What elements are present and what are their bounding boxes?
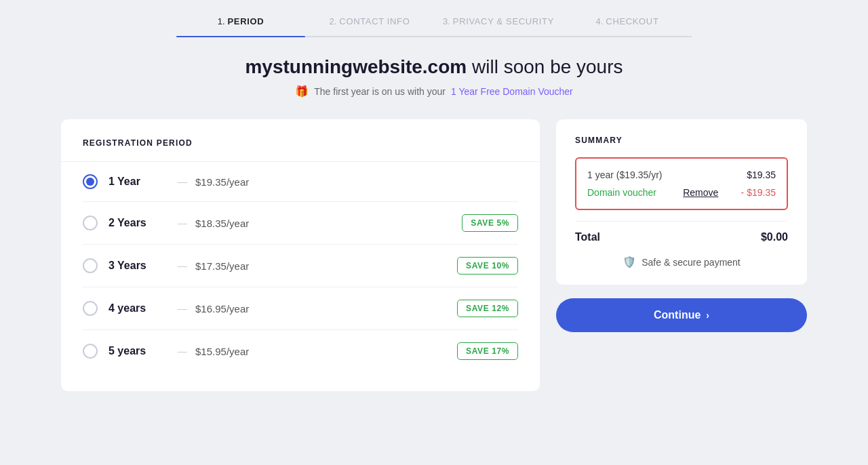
content-area: REGISTRATION PERIOD 1 Year — $19.35/year… (61, 119, 807, 391)
voucher-line: 🎁 The first year is on us with your 1 Ye… (245, 85, 623, 98)
summary-voucher-row: Domain voucher Remove - $19.35 (587, 187, 776, 198)
period-label-3years: 3 Years (108, 260, 170, 272)
period-option-5years[interactable]: 5 years — $15.95/year SAVE 17% (83, 330, 518, 372)
radio-2years[interactable] (83, 216, 98, 230)
voucher-label: Domain voucher (587, 187, 656, 198)
secure-line: 🛡️ Safe & secure payment (575, 256, 788, 268)
step-checkout[interactable]: 4. CHECKOUT (563, 16, 692, 37)
step-period[interactable]: 1. PERIOD (176, 16, 305, 37)
step-label-checkout: CHECKOUT (606, 16, 658, 26)
radio-5years[interactable] (83, 344, 98, 359)
period-label-2years: 2 Years (108, 217, 170, 229)
step-contact[interactable]: 2. CONTACT INFO (305, 16, 434, 37)
remove-voucher-link[interactable]: Remove (683, 187, 718, 198)
save-badge-5years: SAVE 17% (457, 342, 518, 360)
radio-3years[interactable] (83, 258, 98, 273)
period-price-3years: $17.35/year (195, 260, 249, 272)
continue-label: Continue (654, 309, 701, 321)
voucher-amount: - $19.35 (741, 187, 776, 198)
voucher-link[interactable]: 1 Year Free Domain Voucher (451, 86, 573, 97)
left-panel: REGISTRATION PERIOD 1 Year — $19.35/year… (61, 119, 540, 391)
continue-button[interactable]: Continue › (556, 298, 807, 332)
period-label-4years: 4 years (108, 302, 170, 315)
separator-5years: — (178, 346, 187, 357)
step-num-3: 3. (443, 16, 450, 26)
radio-4years[interactable] (83, 301, 98, 316)
gift-icon: 🎁 (295, 85, 309, 98)
separator-1year: — (178, 176, 187, 187)
step-num-1: 1. (218, 16, 225, 26)
separator-4years: — (178, 303, 187, 314)
total-amount: $0.00 (761, 231, 788, 243)
secure-text: Safe & secure payment (642, 257, 741, 268)
period-option-2years[interactable]: 2 Years — $18.35/year SAVE 5% (83, 202, 518, 245)
main-heading: mystunningwebsite.com will soon be yours… (245, 56, 623, 98)
period-price-4years: $16.95/year (195, 303, 249, 315)
period-price-1year: $19.35/year (195, 176, 249, 188)
separator-2years: — (178, 218, 187, 228)
shield-icon: 🛡️ (623, 256, 636, 268)
period-option-1year[interactable]: 1 Year — $19.35/year (83, 162, 518, 202)
save-badge-3years: SAVE 10% (457, 257, 518, 275)
radio-1year[interactable] (83, 174, 98, 189)
step-privacy[interactable]: 3. PRIVACY & SECURITY (434, 16, 563, 37)
right-panel: SUMMARY 1 year ($19.35/yr) $19.35 Domain… (556, 119, 807, 332)
save-badge-4years: SAVE 12% (457, 300, 518, 317)
period-price-5years: $15.95/year (195, 346, 249, 357)
summary-line1-row: 1 year ($19.35/yr) $19.35 (587, 169, 776, 180)
summary-card: SUMMARY 1 year ($19.35/yr) $19.35 Domain… (556, 119, 807, 285)
step-underline (176, 36, 305, 37)
step-num-2: 2. (330, 16, 337, 26)
period-option-4years[interactable]: 4 years — $16.95/year SAVE 12% (83, 287, 518, 330)
total-label: Total (575, 231, 600, 243)
period-price-2years: $18.35/year (195, 218, 249, 229)
step-label-privacy: PRIVACY & SECURITY (453, 16, 554, 26)
registration-period-title: REGISTRATION PERIOD (83, 138, 518, 148)
total-row: Total $0.00 (575, 221, 788, 243)
period-label-5years: 5 years (108, 345, 170, 357)
domain-title: mystunningwebsite.com will soon be yours (245, 56, 623, 78)
save-badge-2years: SAVE 5% (462, 214, 518, 232)
summary-voucher-box: 1 year ($19.35/yr) $19.35 Domain voucher… (575, 157, 788, 210)
step-label-contact: CONTACT INFO (339, 16, 410, 26)
radio-inner-1year (86, 178, 94, 186)
period-option-3years[interactable]: 3 Years — $17.35/year SAVE 10% (83, 245, 518, 287)
step-label-period: PERIOD (228, 16, 264, 26)
separator-3years: — (178, 260, 187, 271)
summary-line1-label: 1 year ($19.35/yr) (587, 169, 663, 180)
summary-title: SUMMARY (575, 136, 788, 145)
voucher-text: The first year is on us with your (314, 86, 446, 97)
stepper: 1. PERIOD 2. CONTACT INFO 3. PRIVACY & S… (176, 0, 692, 37)
chevron-right-icon: › (706, 310, 709, 321)
summary-line1-amount: $19.35 (747, 169, 776, 180)
period-label-1year: 1 Year (108, 176, 170, 188)
step-num-4: 4. (596, 16, 604, 26)
